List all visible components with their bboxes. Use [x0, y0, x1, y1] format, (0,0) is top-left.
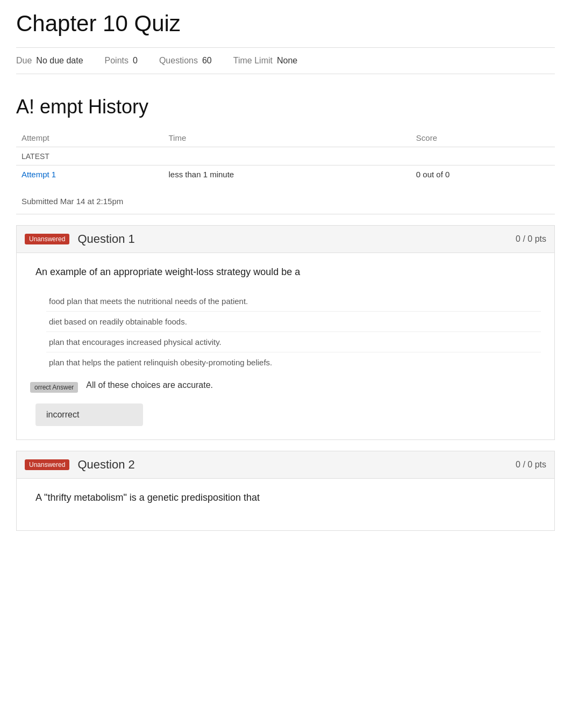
attempt-history-title: A! empt History: [16, 96, 555, 118]
question-1-points: 0 / 0 pts: [516, 234, 546, 244]
question-2-text: A "thrifty metabolism" is a genetic pred…: [30, 492, 541, 503]
question-2-number: Question 2: [77, 458, 134, 472]
attempt-row: LATEST: [16, 147, 555, 165]
question-block-1: Unanswered Question 1 0 / 0 pts An examp…: [16, 225, 555, 440]
attempt-link[interactable]: Attempt 1: [22, 170, 56, 179]
points-value: 0: [133, 56, 138, 66]
option-1-4: plan that helps the patient relinquish o…: [46, 352, 541, 372]
questions-value: 60: [202, 56, 212, 66]
points-label: Points: [105, 56, 129, 66]
question-2-points: 0 / 0 pts: [516, 460, 546, 470]
user-answer-status-1: incorrect: [35, 403, 143, 426]
due-value: No due date: [36, 56, 83, 66]
attempt-table: Attempt Time Score LATEST Attempt 1: [16, 129, 555, 183]
question-1-number: Question 1: [77, 232, 134, 246]
questions-item: Questions 60: [159, 56, 212, 66]
page-container: Chapter 10 Quiz Due No due date Points 0…: [0, 0, 571, 542]
question-2-header-left: Unanswered Question 2: [25, 458, 135, 472]
points-item: Points 0: [105, 56, 138, 66]
option-1-2: diet based on readily obtainable foods.: [46, 312, 541, 332]
correct-answer-badge-1: orrect Answer: [30, 382, 78, 393]
col-attempt: Attempt: [16, 129, 163, 147]
correct-answer-text-1: All of these choices are accurate.: [86, 380, 213, 390]
attempt-data-row: Attempt 1 less than 1 minute 0 out of 0: [16, 165, 555, 184]
question-1-header-left: Unanswered Question 1: [25, 232, 135, 246]
question-2-header: Unanswered Question 2 0 / 0 pts: [16, 451, 555, 478]
latest-label: LATEST: [22, 152, 49, 161]
correct-answer-row-1: orrect Answer All of these choices are a…: [30, 380, 541, 393]
question-block-2: Unanswered Question 2 0 / 0 pts A "thrif…: [16, 451, 555, 531]
time-limit-value: None: [277, 56, 297, 66]
due-label: Due: [16, 56, 32, 66]
col-time: Time: [163, 129, 410, 147]
quiz-title: Chapter 10 Quiz: [16, 11, 555, 37]
submitted-text: Submitted Mar 14 at 2:15pm: [16, 189, 555, 214]
quiz-meta: Due No due date Points 0 Questions 60 Ti…: [16, 47, 555, 74]
question-1-options: food plan that meets the nutritional nee…: [30, 291, 541, 372]
option-1-1: food plan that meets the nutritional nee…: [46, 291, 541, 312]
question-1-text: An example of an appropriate weight-loss…: [30, 266, 541, 278]
attempt-score: 0 out of 0: [411, 165, 555, 184]
col-score: Score: [411, 129, 555, 147]
attempt-time: less than 1 minute: [163, 165, 410, 184]
option-1-3: plan that encourages increased physical …: [46, 332, 541, 352]
question-2-body: A "thrifty metabolism" is a genetic pred…: [16, 478, 555, 531]
attempt-history-section: A! empt History Attempt Time Score LATES…: [16, 96, 555, 214]
time-limit-label: Time Limit: [233, 56, 273, 66]
questions-label: Questions: [159, 56, 198, 66]
due-item: Due No due date: [16, 56, 83, 66]
questions-container: Unanswered Question 1 0 / 0 pts An examp…: [16, 225, 555, 531]
question-1-header: Unanswered Question 1 0 / 0 pts: [16, 225, 555, 253]
unanswered-badge-2: Unanswered: [25, 459, 69, 470]
unanswered-badge-1: Unanswered: [25, 234, 69, 244]
time-limit-item: Time Limit None: [233, 56, 297, 66]
question-1-body: An example of an appropriate weight-loss…: [16, 253, 555, 440]
